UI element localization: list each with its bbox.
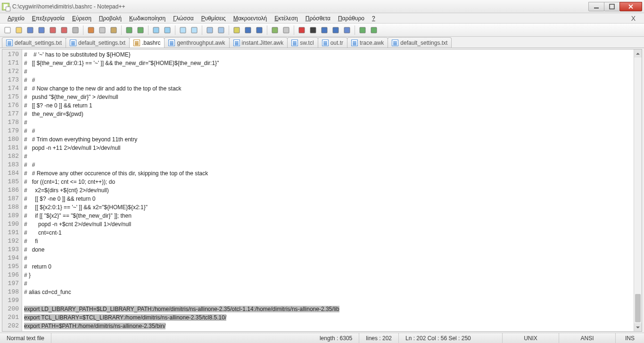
tab[interactable]: default_settings.txt [66,37,130,48]
tab[interactable]: trace.awk [347,37,388,48]
scroll-down-icon[interactable] [634,323,642,331]
replace-icon[interactable] [163,25,172,35]
code-line[interactable]: # # Remove any other occurence of this d… [24,169,632,178]
editor[interactable]: 170 171 172 173 174 175 176 177 178 179 … [2,49,642,331]
play-icon[interactable] [320,25,329,35]
close-icon[interactable] [48,25,58,35]
status-length: length : 6305 [313,333,359,343]
code-line[interactable]: # the_new_dir=$(pwd) [24,110,632,118]
scroll-thumb[interactable] [635,294,641,322]
menu-item[interactable]: ? [368,14,379,23]
tab[interactable]: .bashrc [129,37,165,48]
code-line[interactable]: # cnt=cnt-1 [24,229,632,237]
code-line[interactable]: # # '~' has to be substituted by ${HOME} [24,50,632,59]
menu-item[interactable]: Παράθυρο [334,14,368,23]
code-line[interactable]: # [[ $? -ne 0 ]] && return 0 [24,195,632,203]
code-line[interactable]: export TCL_LIBRARY=$TCL_LIBRARY:/home/di… [24,313,632,322]
menu-item[interactable]: Προβολή [95,14,125,23]
menu-item[interactable]: Ρυθμίσεις [198,14,230,23]
sync-h-icon[interactable] [216,25,226,35]
zoom-in-icon[interactable] [178,25,188,35]
lang-icon[interactable] [270,25,280,35]
code-line[interactable]: # [24,67,632,76]
scroll-track[interactable] [634,57,642,323]
code-line[interactable]: # done [24,245,632,254]
close-all-icon[interactable] [59,25,69,35]
code-line[interactable]: export LD_LIBRARY_PATH=$LD_LIBRARY_PATH:… [24,305,632,313]
code-line[interactable]: # if [[ "${x2}" == "${the_new_dir}" ]]; … [24,212,632,220]
code-line[interactable]: # # Trim down everything beyond 11th ent… [24,135,632,144]
menu-item[interactable]: Πρόσθετα [302,14,334,23]
code-line[interactable]: # # Now change to the new dir and add to… [24,84,632,93]
menu-item[interactable]: Αρχείο [4,14,28,23]
code-line[interactable]: # [24,254,632,262]
copy-icon[interactable] [98,25,107,35]
cut-icon[interactable] [86,25,96,35]
undo-icon[interactable] [124,25,134,35]
code-line[interactable]: # [[ ${x2:0:1} == '~' ]] && x2="${HOME}$… [24,203,632,212]
code-line[interactable]: # popd -n +$cnt 2>/dev/null 1>/dev/null [24,220,632,229]
tab[interactable]: default_settings.txt [2,37,66,48]
menu-item[interactable]: Εύρεση [68,14,95,23]
code-line[interactable]: # [24,279,632,288]
code-line[interactable]: # fi [24,237,632,245]
play-multi-icon[interactable] [331,25,340,35]
wrap-icon[interactable] [232,25,241,35]
spell-next-icon[interactable] [369,25,379,35]
code-line[interactable]: # return 0 [24,262,632,271]
menu-item[interactable]: Μακροεντολή [230,14,271,23]
code-line[interactable]: # [24,118,632,127]
code-line[interactable]: # [24,152,632,161]
tab[interactable]: genthroughput.awk [164,37,229,48]
code-line[interactable]: # # [24,161,632,169]
tab[interactable]: default_settings.txt [388,37,452,48]
new-file-icon[interactable] [3,25,12,35]
code-line[interactable]: # [[ $? -ne 0 ]] && return 1 [24,101,632,110]
zoom-out-icon[interactable] [190,25,199,35]
sync-v-icon[interactable] [205,25,215,35]
find-icon[interactable] [151,25,161,35]
indent-guide-icon[interactable] [255,25,264,35]
svg-rect-3 [16,27,22,33]
menu-item[interactable]: Εκτέλεση [271,14,302,23]
stop-icon[interactable] [308,25,318,35]
code-line[interactable] [24,296,632,305]
code-line[interactable]: # } [24,271,632,279]
svg-rect-14 [153,27,159,33]
spell-icon[interactable] [358,25,367,35]
tab[interactable]: sw.tcl [287,37,318,48]
record-icon[interactable] [297,25,306,35]
save-icon[interactable] [25,25,35,35]
vertical-scrollbar[interactable] [634,49,642,331]
code-content[interactable]: # # '~' has to be substituted by ${HOME}… [22,49,634,331]
paste-icon[interactable] [109,25,118,35]
minimize-button[interactable] [588,2,604,11]
all-chars-icon[interactable] [243,25,253,35]
svg-rect-6 [50,27,56,33]
code-line[interactable]: # x2=$(dirs +${cnt} 2>/dev/null) [24,186,632,195]
code-line[interactable]: # # [24,127,632,135]
code-line[interactable]: # alias cd=cd_func [24,288,632,296]
maximize-button[interactable] [604,2,620,11]
scroll-up-icon[interactable] [634,49,642,57]
print-icon[interactable] [71,25,80,35]
open-file-icon[interactable] [14,25,24,35]
save-macro-icon[interactable] [342,25,352,35]
code-line[interactable]: # [[ ${the_new_dir:0:1} == '~' ]] && the… [24,59,632,67]
close-document-button[interactable]: X [627,15,640,22]
close-window-button[interactable] [619,2,642,11]
code-line[interactable]: # pushd "${the_new_dir}" > /dev/null [24,93,632,101]
menu-item[interactable]: Κωδικοποίηση [125,14,169,23]
redo-icon[interactable] [136,25,145,35]
code-line[interactable]: # popd -n +11 2>/dev/null 1>/dev/null [24,144,632,152]
save-all-icon[interactable] [37,25,46,35]
tab[interactable]: instant.Jitter.awk [229,37,288,48]
svg-rect-29 [344,27,350,33]
menu-item[interactable]: Επεξεργασία [28,14,68,23]
menu-item[interactable]: Γλώσσα [169,14,198,23]
tab[interactable]: out.tr [318,37,347,48]
doc-map-icon[interactable] [281,25,291,35]
code-line[interactable]: # # [24,76,632,84]
code-line[interactable]: export PATH=$PATH:/home/dimitris/ns-alli… [24,322,632,330]
code-line[interactable]: # for ((cnt=1; cnt <= 10; cnt++)); do [24,178,632,186]
